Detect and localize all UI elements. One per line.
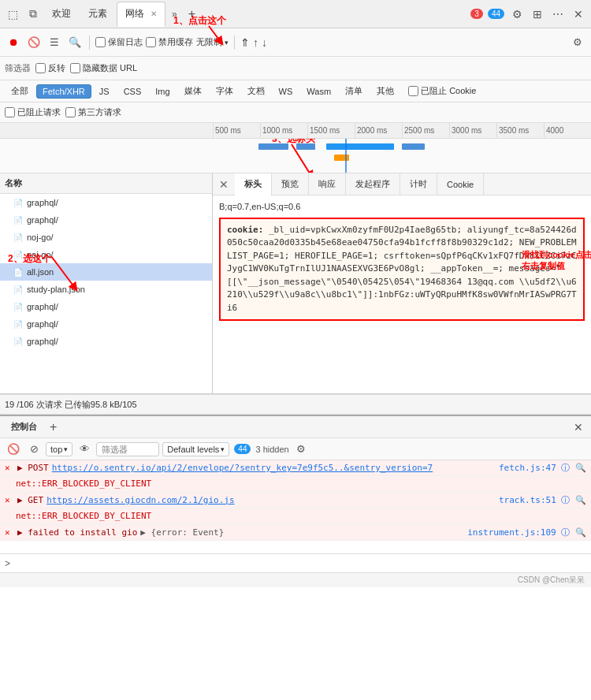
type-fetch-xhr[interactable]: Fetch/XHR — [36, 84, 91, 99]
type-js[interactable]: JS — [93, 84, 116, 99]
gio-link[interactable]: https://assets.giocdn.com/2.1/gio.js — [46, 494, 234, 506]
file-item-5[interactable]: 📄 study-plan.json — [0, 281, 212, 298]
console-entry-1: ✕ ▶ GET https://assets.giocdn.com/2.1/gi… — [0, 493, 591, 508]
reverse-filter[interactable]: 反转 — [35, 62, 65, 74]
profile-icon[interactable]: ⊞ — [528, 5, 547, 24]
tick-3500ms: 3500 ms — [496, 123, 544, 138]
type-ws[interactable]: WS — [273, 84, 299, 99]
hide-data-url[interactable]: 隐藏数据 URL — [70, 62, 137, 74]
file-folder-icon-2: 📄 — [13, 232, 24, 243]
console-settings-icon[interactable]: ⚙ — [292, 441, 310, 458]
console-input-row: > — [0, 553, 591, 572]
console-tab[interactable]: 控制台 — [5, 421, 43, 433]
top-chevron: ▾ — [64, 445, 68, 453]
file-folder-icon-0: 📄 — [13, 197, 24, 208]
devtools-close-icon[interactable]: ✕ — [569, 5, 588, 24]
waterfall-bar-4 — [402, 143, 425, 150]
console-close-button[interactable]: ✕ — [571, 421, 586, 434]
type-all[interactable]: 全部 — [5, 83, 35, 99]
tab-timing[interactable]: 计时 — [400, 173, 437, 195]
console-eye-button[interactable]: 👁 — [76, 441, 93, 458]
console-entry-2: ✕ ▶ failed to install gio ▶ {error: Even… — [0, 525, 591, 541]
throttle-select[interactable]: 无限制 ▾ — [196, 36, 229, 48]
record-button[interactable]: ⏺ — [5, 34, 22, 51]
file-item-6[interactable]: 📄 graphql/ — [0, 298, 212, 315]
tick-2000ms: 2000 ms — [355, 123, 402, 138]
tab-more-icon[interactable]: » — [167, 7, 182, 21]
entry-2-file[interactable]: instrument.js:109 ⓘ 🔍 — [467, 527, 586, 538]
type-media[interactable]: 媒体 — [178, 83, 208, 99]
tab-network-close[interactable]: ✕ — [151, 9, 157, 18]
console-entry-1-sub: net::ERR_BLOCKED_BY_CLIENT — [0, 508, 591, 524]
tick-2500ms: 2500 ms — [402, 123, 449, 138]
top-label: top — [50, 445, 62, 454]
cookie-block[interactable]: cookie: _bl_uid=vpkCwxXm0zyfmF0U2p4Iae8g… — [219, 218, 585, 322]
error-icon-1: ✕ — [5, 494, 14, 506]
sep1 — [89, 35, 90, 50]
device-icon[interactable]: ⧉ — [24, 5, 43, 24]
tab-network[interactable]: 网络 ✕ — [117, 2, 165, 27]
tab-preview[interactable]: 预览 — [272, 173, 309, 195]
preserve-log-checkbox[interactable]: 保留日志 — [95, 36, 143, 48]
file-item-0[interactable]: 📄 graphql/ — [0, 194, 212, 211]
waterfall-bar-2 — [296, 143, 315, 150]
disable-cache-checkbox[interactable]: 禁用缓存 — [146, 36, 193, 48]
entry-1-file[interactable]: track.ts:51 ⓘ 🔍 — [499, 494, 586, 506]
sentry-link[interactable]: https://o.sentry.io/api/2/envelope/?sent… — [52, 462, 433, 474]
search-button[interactable]: 🔍 — [66, 34, 84, 51]
waterfall-bar-1 — [258, 143, 288, 150]
tab-add-icon[interactable]: + — [184, 6, 200, 23]
tick-1500ms: 1500 ms — [307, 123, 355, 138]
blocked-cookies-filter[interactable]: 已阻止 Cookie — [408, 85, 476, 97]
tab-response[interactable]: 响应 — [309, 173, 346, 195]
console-clear-button[interactable]: 🚫 — [5, 441, 22, 458]
settings-icon[interactable]: ⚙ — [507, 5, 526, 24]
toolbar-settings-icon[interactable]: ⚙ — [569, 34, 586, 51]
err-blocked-0: net::ERR_BLOCKED_BY_CLIENT — [16, 478, 151, 490]
filter-toggle-button[interactable]: ☰ — [46, 34, 63, 51]
console-input[interactable] — [13, 558, 586, 568]
console-filter-input[interactable] — [96, 442, 159, 456]
console-stop-button[interactable]: ⊘ — [25, 441, 43, 458]
top-selector[interactable]: top ▾ — [46, 442, 72, 456]
file-item-2[interactable]: 📄 noj-go/ — [0, 229, 212, 246]
entry-0-file[interactable]: fetch.js:47 ⓘ 🔍 — [499, 462, 586, 474]
detail-close-button[interactable]: ✕ — [213, 178, 235, 191]
network-toolbar: ⏺ 🚫 ☰ 🔍 保留日志 禁用缓存 无限制 ▾ ⇑ ↑ ↓ ⚙ 1、点击这个 — [0, 28, 591, 57]
tab-headers[interactable]: 标头 — [235, 173, 272, 195]
tab-initiator[interactable]: 发起程序 — [346, 173, 400, 195]
split-panel: 名称 📄 graphql/ 📄 graphql/ 📄 noj-go/ 📄 noj… — [0, 173, 591, 394]
console-entry-0: ✕ ▶ POST https://o.sentry.io/api/2/envel… — [0, 460, 591, 476]
file-item-3[interactable]: 📄 noj-go/ — [0, 246, 212, 263]
type-css[interactable]: CSS — [117, 84, 148, 99]
upload-icon: ↑ — [253, 36, 258, 49]
type-font[interactable]: 字体 — [210, 83, 240, 99]
tab-elements[interactable]: 元素 — [80, 2, 115, 27]
type-img[interactable]: Img — [149, 84, 176, 99]
file-item-7[interactable]: 📄 graphql/ — [0, 315, 212, 333]
err-blocked-1: net::ERR_BLOCKED_BY_CLIENT — [16, 510, 151, 522]
error-icon-2: ✕ — [5, 527, 14, 538]
default-levels-selector[interactable]: Default levels ▾ — [162, 442, 229, 456]
wifi-icon: ⇑ — [240, 36, 250, 49]
clear-button[interactable]: 🚫 — [25, 34, 43, 51]
third-party-filter[interactable]: 第三方请求 — [65, 106, 121, 118]
hidden-count: 3 hidden — [255, 445, 288, 454]
type-doc[interactable]: 文档 — [241, 83, 271, 99]
tab-welcome[interactable]: 欢迎 — [44, 2, 79, 27]
more-icon[interactable]: ⋯ — [548, 5, 567, 24]
file-folder-icon-7: 📄 — [13, 318, 24, 330]
console-add-tab[interactable]: + — [46, 420, 60, 434]
file-item-1[interactable]: 📄 graphql/ — [0, 211, 212, 229]
blocked-requests-filter[interactable]: 已阻止请求 — [5, 106, 61, 118]
filter-bar: 筛选器 反转 隐藏数据 URL — [0, 57, 591, 80]
file-item-8[interactable]: 📄 graphql/ — [0, 333, 212, 350]
type-manifest[interactable]: 清单 — [339, 83, 369, 99]
file-item-4[interactable]: 📄 all.json — [0, 263, 212, 281]
type-other[interactable]: 其他 — [370, 83, 400, 99]
inspect-icon[interactable]: ⬚ — [3, 5, 22, 24]
cookie-section: cookie: _bl_uid=vpkCwxXm0zyfmF0U2p4Iae8g… — [219, 218, 585, 322]
console-toolbar: 🚫 ⊘ top ▾ 👁 Default levels ▾ 44 3 hidden… — [0, 438, 591, 460]
type-wasm[interactable]: Wasm — [300, 84, 337, 99]
tab-cookie[interactable]: Cookie — [437, 173, 484, 195]
